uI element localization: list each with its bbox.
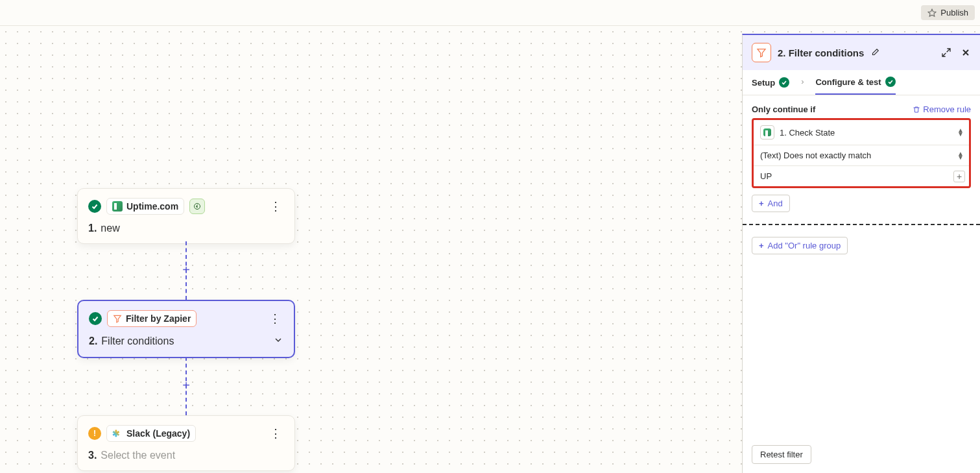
app-chip-uptime[interactable]: Uptime.com [106,198,184,215]
card-menu-button[interactable]: ⋮ [267,311,283,326]
card-menu-button[interactable]: ⋮ [267,199,284,213]
status-success-icon [88,200,101,213]
svg-marker-2 [114,315,121,322]
rule-header-row: Only continue if Remove rule [752,104,971,114]
card-header: Filter by Zapier ⋮ [89,310,283,327]
divider [743,224,980,225]
uptime-icon [760,125,774,139]
app-name: Filter by Zapier [126,313,191,324]
chevron-down-icon[interactable] [273,335,283,348]
app-name: Uptime.com [126,201,178,212]
app-chip-slack[interactable]: Slack (Legacy) [106,425,196,442]
panel-actions [941,47,971,58]
rule-value-text: UP [760,171,772,181]
remove-rule-button[interactable]: Remove rule [913,104,971,114]
add-step-button[interactable]: + [180,379,193,392]
panel-title: 2. Filter conditions [778,47,864,58]
publish-button[interactable]: Publish [921,5,975,20]
svg-marker-3 [758,49,765,57]
chevron-right-icon: › [801,77,804,95]
filter-panel: 2. Filter conditions Setup › Configure &… [742,34,980,473]
topbar: Publish [0,0,980,26]
rule-field-value: 1. Check State [780,128,835,138]
panel-tabs: Setup › Configure & test [743,70,980,95]
tab-configure-label: Configure & test [815,77,881,87]
rule-condition-select[interactable]: (Text) Does not exactly match ▲▼ [754,145,969,166]
trash-icon [913,106,920,114]
check-icon [779,77,789,88]
continue-label: Only continue if [752,104,815,114]
edit-icon[interactable] [870,48,879,57]
step-number: 1. [88,223,97,234]
bolt-icon [193,202,201,210]
plus-icon: + [759,241,764,250]
star-icon [927,8,937,18]
retest-label: Retest filter [760,450,803,459]
and-label: And [768,199,783,208]
updown-icon: ▲▼ [957,152,964,160]
publish-label: Publish [940,8,968,18]
uptime-icon [112,201,123,212]
step-card-1[interactable]: Uptime.com ⋮ 1. new [77,188,295,244]
panel-footer: Retest filter [743,436,980,473]
card-menu-button[interactable]: ⋮ [267,426,284,441]
panel-header: 2. Filter conditions [743,35,980,70]
updown-icon: ▲▼ [957,128,964,136]
card-title: 2. Filter conditions [89,335,283,348]
trigger-badge [189,199,205,214]
step-card-3[interactable]: ! Slack (Legacy) ⋮ 3. Select the event [77,415,295,471]
status-warning-icon: ! [88,427,101,440]
app-name: Slack (Legacy) [126,428,190,439]
step-number: 3. [88,450,97,461]
retest-button[interactable]: Retest filter [752,445,811,464]
check-icon [885,77,896,87]
rule-field-select[interactable]: 1. Check State ▲▼ [754,120,969,145]
step-title: Filter conditions [101,335,174,347]
add-step-button[interactable]: + [180,263,193,276]
step-title: Select the event [101,450,175,461]
rule-value-input[interactable]: UP + [754,166,969,186]
add-and-button[interactable]: + And [752,195,790,212]
tab-setup[interactable]: Setup [752,77,789,95]
insert-data-button[interactable]: + [953,171,965,182]
add-or-button[interactable]: + Add "Or" rule group [752,237,848,254]
panel-filter-icon [752,43,771,62]
card-header: ! Slack (Legacy) ⋮ [88,425,284,442]
tab-configure[interactable]: Configure & test [815,77,895,95]
app-chip-filter[interactable]: Filter by Zapier [107,310,197,327]
or-label: Add "Or" rule group [768,241,841,250]
remove-rule-label: Remove rule [923,104,971,114]
close-icon[interactable] [961,47,971,58]
status-success-icon [89,312,102,325]
panel-body: Only continue if Remove rule 1. Check St… [743,95,980,436]
step-number: 2. [89,335,97,347]
card-title: 3. Select the event [88,450,284,461]
tab-setup-label: Setup [752,78,775,88]
step-card-2[interactable]: Filter by Zapier ⋮ 2. Filter conditions [77,300,295,358]
step-title: new [101,223,119,234]
rule-group: 1. Check State ▲▼ (Text) Does not exactl… [752,118,971,188]
slack-icon [112,428,123,439]
plus-icon: + [759,199,764,208]
rule-condition-value: (Text) Does not exactly match [760,151,871,160]
filter-icon [113,314,122,323]
expand-icon[interactable] [941,47,951,58]
card-header: Uptime.com ⋮ [88,198,284,215]
svg-marker-0 [929,9,937,16]
card-title: 1. new [88,223,284,234]
